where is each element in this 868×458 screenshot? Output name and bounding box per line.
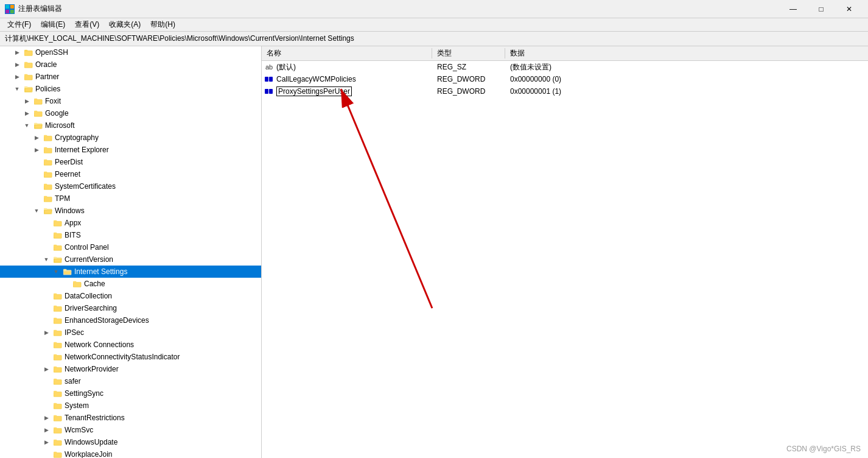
cell-type: REG_DWORD	[432, 87, 505, 96]
tree-label: SystemCertificates	[55, 182, 116, 191]
tree-item-network-connections[interactable]: Network Connections	[0, 339, 261, 351]
tree-item-openssh[interactable]: ▶ OpenSSH	[0, 46, 261, 58]
folder-icon	[53, 353, 63, 361]
svg-rect-32	[44, 196, 47, 199]
tree-item-wcmsvc[interactable]: ▶ WcmSvc	[0, 424, 261, 436]
table-body: ab (默认) REG_SZ (数值未设置) CallLegacyWCMPoli…	[262, 61, 868, 458]
tree-label: Partner	[35, 72, 59, 81]
tree-item-internet-settings[interactable]: ▼ Internet Settings	[0, 266, 261, 278]
svg-rect-71	[54, 415, 57, 418]
tree-label: Control Panel	[65, 243, 109, 252]
folder-icon	[43, 194, 53, 203]
svg-rect-26	[44, 160, 47, 162]
tree-item-microsoft[interactable]: ▼ Microsoft	[0, 119, 261, 132]
svg-rect-65	[54, 379, 57, 381]
svg-rect-12	[24, 86, 27, 89]
menu-help[interactable]: 帮助(H)	[145, 18, 180, 31]
header-name: 名称	[262, 48, 432, 58]
tree-label: PeerDist	[55, 158, 83, 166]
folder-icon	[43, 170, 53, 178]
right-panel: 名称 类型 数据 ab (默认) REG_SZ (数值未设置)	[262, 46, 868, 458]
tree-label: NetworkProvider	[65, 365, 119, 373]
tree-item-peerdist[interactable]: PeerDist	[0, 156, 261, 168]
header-type: 类型	[432, 48, 505, 58]
tree-item-datacollection[interactable]: DataCollection	[0, 290, 261, 302]
svg-rect-3	[10, 10, 14, 13]
tree-item-workplacejoin[interactable]: WorkplaceJoin	[0, 448, 261, 458]
tree-item-windowsupdate[interactable]: ▶ WindowsUpdate	[0, 436, 261, 448]
svg-rect-2	[5, 10, 9, 13]
cell-type: REG_DWORD	[432, 75, 505, 83]
folder-icon	[53, 438, 63, 446]
tree-item-ipsec[interactable]: ▶ IPSec	[0, 326, 261, 339]
tree-item-tenantrestrictions[interactable]: ▶ TenantRestrictions	[0, 412, 261, 424]
svg-rect-57	[54, 330, 57, 333]
svg-marker-35	[44, 210, 52, 213]
tree-item-enhancedstoragedevices[interactable]: EnhancedStorageDevices	[0, 314, 261, 326]
tree-item-windows[interactable]: ▼ Windows	[0, 205, 261, 217]
tree-item-control-panel[interactable]: Control Panel	[0, 241, 261, 253]
tree-label: WcmSvc	[65, 426, 93, 434]
tree-item-cache[interactable]: Cache	[0, 278, 261, 290]
tree-item-networkprovider[interactable]: ▶ NetworkProvider	[0, 363, 261, 375]
tree-label: DataCollection	[65, 292, 112, 300]
tree-item-networkconnectivity[interactable]: NetworkConnectivityStatusIndicator	[0, 351, 261, 363]
window: 注册表编辑器 — □ ✕ 文件(F) 编辑(E) 查看(V) 收藏夹(A) 帮助…	[0, 0, 868, 458]
svg-rect-0	[5, 5, 9, 9]
folder-icon-open	[24, 85, 33, 93]
expand-icon: ▶	[41, 328, 51, 337]
minimize-button[interactable]: —	[779, 0, 807, 18]
menu-file[interactable]: 文件(F)	[2, 18, 36, 31]
expand-icon: ▶	[32, 145, 41, 155]
svg-rect-41	[54, 245, 57, 247]
tree-label: Cryptography	[55, 133, 99, 142]
svg-rect-63	[54, 367, 57, 369]
svg-rect-79	[269, 77, 273, 82]
address-bar: 计算机\HKEY_LOCAL_MACHINE\SOFTWARE\Policies…	[0, 32, 868, 46]
menu-favorites[interactable]: 收藏夹(A)	[104, 18, 145, 31]
tree-item-internet-explorer[interactable]: ▶ Internet Explorer	[0, 144, 261, 156]
tree-item-currentversion[interactable]: ▼ CurrentVersion	[0, 253, 261, 266]
app-icon	[5, 4, 15, 14]
folder-icon	[33, 97, 43, 105]
tree-item-settingsync[interactable]: SettingSync	[0, 387, 261, 400]
menu-view[interactable]: 查看(V)	[70, 18, 104, 31]
tree-item-system[interactable]: System	[0, 400, 261, 412]
tree-label: Microsoft	[45, 121, 75, 130]
table-row[interactable]: ab (默认) REG_SZ (数值未设置)	[262, 61, 868, 73]
tree-label: SettingSync	[65, 389, 103, 398]
folder-icon	[43, 146, 53, 154]
expand-icon: ▶	[41, 425, 51, 435]
tree-item-foxit[interactable]: ▶ Foxit	[0, 95, 261, 107]
table-row-proxysettings[interactable]: ProxySettingsPerUser REG_DWORD 0x0000000…	[262, 85, 868, 97]
tree-item-peernet[interactable]: Peernet	[0, 168, 261, 180]
tree-item-google[interactable]: ▶ Google	[0, 107, 261, 119]
folder-icon	[43, 133, 53, 142]
cell-data: 0x00000000 (0)	[505, 75, 868, 83]
menu-edit[interactable]: 编辑(E)	[36, 18, 70, 31]
tree-item-bits[interactable]: BITS	[0, 229, 261, 241]
tree-item-appx[interactable]: Appx	[0, 217, 261, 229]
maximize-button[interactable]: □	[807, 0, 835, 18]
tree-item-tpm[interactable]: TPM	[0, 192, 261, 205]
folder-icon	[53, 243, 63, 252]
cell-type: REG_SZ	[432, 63, 505, 71]
folder-icon	[53, 328, 63, 337]
tree-label: Policies	[35, 85, 60, 93]
tree-item-driversearching[interactable]: DriverSearching	[0, 302, 261, 314]
expand-icon: ▼	[41, 255, 51, 264]
expand-icon: ▼	[22, 121, 32, 130]
table-row[interactable]: CallLegacyWCMPolicies REG_DWORD 0x000000…	[262, 73, 868, 85]
tree-item-partner[interactable]: ▶ Partner	[0, 71, 261, 83]
svg-rect-51	[54, 294, 57, 296]
tree-item-policies[interactable]: ▼ Policies	[0, 83, 261, 95]
tree-panel[interactable]: ▶ OpenSSH ▶ Oracle ▶	[0, 46, 262, 458]
svg-marker-47	[64, 271, 71, 274]
tree-item-cryptography[interactable]: ▶ Cryptography	[0, 132, 261, 144]
close-button[interactable]: ✕	[835, 0, 863, 18]
tree-item-oracle[interactable]: ▶ Oracle	[0, 58, 261, 71]
tree-item-safer[interactable]: safer	[0, 375, 261, 387]
tree-label: TenantRestrictions	[65, 414, 125, 422]
tree-item-systemcertificates[interactable]: SystemCertificates	[0, 180, 261, 192]
svg-rect-15	[34, 99, 37, 101]
